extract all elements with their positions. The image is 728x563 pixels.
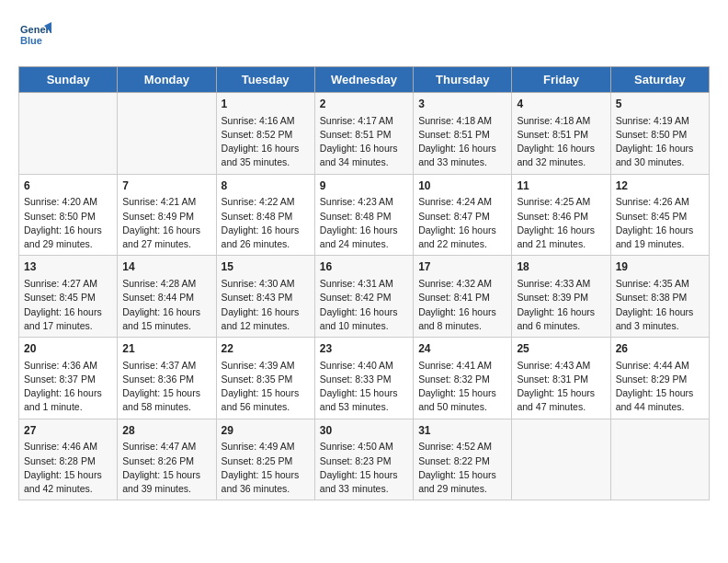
day-info: Sunrise: 4:35 AM Sunset: 8:38 PM Dayligh…: [616, 277, 704, 333]
day-number: 17: [418, 259, 506, 275]
calendar-cell: [610, 419, 709, 500]
calendar-cell: 26Sunrise: 4:44 AM Sunset: 8:29 PM Dayli…: [610, 338, 709, 419]
day-info: Sunrise: 4:22 AM Sunset: 8:48 PM Dayligh…: [222, 195, 310, 251]
calendar-cell: 16Sunrise: 4:31 AM Sunset: 8:42 PM Dayli…: [314, 256, 413, 338]
calendar-cell: 19Sunrise: 4:35 AM Sunset: 8:38 PM Dayli…: [610, 256, 709, 338]
day-info: Sunrise: 4:24 AM Sunset: 8:47 PM Dayligh…: [418, 195, 506, 251]
day-number: 3: [418, 97, 506, 112]
day-number: 27: [24, 423, 112, 439]
day-header-tuesday: Tuesday: [216, 67, 314, 93]
day-number: 21: [122, 341, 210, 357]
calendar-cell: 15Sunrise: 4:30 AM Sunset: 8:43 PM Dayli…: [216, 256, 314, 338]
day-header-wednesday: Wednesday: [314, 67, 413, 93]
calendar-cell: 1Sunrise: 4:16 AM Sunset: 8:52 PM Daylig…: [216, 93, 314, 175]
day-number: 8: [222, 178, 310, 194]
day-info: Sunrise: 4:27 AM Sunset: 8:45 PM Dayligh…: [24, 277, 112, 333]
day-number: 6: [24, 178, 112, 194]
calendar-cell: 4Sunrise: 4:18 AM Sunset: 8:51 PM Daylig…: [512, 93, 610, 175]
day-info: Sunrise: 4:20 AM Sunset: 8:50 PM Dayligh…: [24, 195, 112, 251]
calendar-cell: 9Sunrise: 4:23 AM Sunset: 8:48 PM Daylig…: [314, 174, 413, 256]
day-number: 5: [616, 97, 704, 112]
calendar-cell: 11Sunrise: 4:25 AM Sunset: 8:46 PM Dayli…: [512, 174, 610, 256]
day-number: 11: [517, 178, 605, 194]
day-info: Sunrise: 4:49 AM Sunset: 8:25 PM Dayligh…: [222, 440, 310, 496]
calendar-cell: 23Sunrise: 4:40 AM Sunset: 8:33 PM Dayli…: [314, 338, 413, 419]
day-number: 18: [517, 259, 605, 275]
day-info: Sunrise: 4:19 AM Sunset: 8:50 PM Dayligh…: [616, 114, 704, 170]
day-info: Sunrise: 4:31 AM Sunset: 8:42 PM Dayligh…: [320, 277, 408, 333]
day-header-saturday: Saturday: [610, 67, 709, 93]
day-info: Sunrise: 4:26 AM Sunset: 8:45 PM Dayligh…: [616, 195, 704, 251]
day-info: Sunrise: 4:40 AM Sunset: 8:33 PM Dayligh…: [320, 359, 408, 415]
calendar-cell: 25Sunrise: 4:43 AM Sunset: 8:31 PM Dayli…: [512, 338, 610, 419]
day-info: Sunrise: 4:18 AM Sunset: 8:51 PM Dayligh…: [418, 114, 506, 170]
day-header-sunday: Sunday: [19, 67, 118, 93]
calendar-header-row: SundayMondayTuesdayWednesdayThursdayFrid…: [19, 67, 710, 93]
day-number: 19: [616, 259, 704, 275]
calendar-cell: 3Sunrise: 4:18 AM Sunset: 8:51 PM Daylig…: [414, 93, 512, 175]
day-number: 29: [222, 423, 310, 439]
calendar-cell: 14Sunrise: 4:28 AM Sunset: 8:44 PM Dayli…: [118, 256, 216, 338]
day-number: 15: [222, 259, 310, 275]
calendar-table: SundayMondayTuesdayWednesdayThursdayFrid…: [18, 66, 710, 500]
page-header: General Blue: [18, 18, 710, 52]
day-info: Sunrise: 4:50 AM Sunset: 8:23 PM Dayligh…: [320, 440, 408, 496]
calendar-cell: 27Sunrise: 4:46 AM Sunset: 8:28 PM Dayli…: [19, 419, 118, 500]
day-info: Sunrise: 4:28 AM Sunset: 8:44 PM Dayligh…: [122, 277, 210, 333]
day-number: 9: [320, 178, 408, 194]
day-number: 23: [320, 341, 408, 357]
calendar-cell: 7Sunrise: 4:21 AM Sunset: 8:49 PM Daylig…: [118, 174, 216, 256]
svg-text:Blue: Blue: [20, 35, 42, 46]
day-number: 10: [418, 178, 506, 194]
day-info: Sunrise: 4:43 AM Sunset: 8:31 PM Dayligh…: [517, 359, 605, 415]
day-info: Sunrise: 4:44 AM Sunset: 8:29 PM Dayligh…: [616, 359, 704, 415]
day-number: 4: [517, 97, 605, 112]
day-number: 2: [320, 97, 408, 112]
day-number: 13: [24, 259, 112, 275]
calendar-cell: [118, 93, 216, 175]
day-info: Sunrise: 4:16 AM Sunset: 8:52 PM Dayligh…: [222, 114, 310, 170]
day-info: Sunrise: 4:33 AM Sunset: 8:39 PM Dayligh…: [517, 277, 605, 333]
day-info: Sunrise: 4:52 AM Sunset: 8:22 PM Dayligh…: [418, 440, 506, 496]
day-number: 16: [320, 259, 408, 275]
day-number: 22: [222, 341, 310, 357]
calendar-cell: 5Sunrise: 4:19 AM Sunset: 8:50 PM Daylig…: [610, 93, 709, 175]
day-info: Sunrise: 4:25 AM Sunset: 8:46 PM Dayligh…: [517, 195, 605, 251]
logo-icon: General Blue: [18, 18, 51, 52]
day-info: Sunrise: 4:37 AM Sunset: 8:36 PM Dayligh…: [122, 359, 210, 415]
calendar-cell: 29Sunrise: 4:49 AM Sunset: 8:25 PM Dayli…: [216, 419, 314, 500]
day-number: 31: [418, 423, 506, 439]
calendar-cell: 24Sunrise: 4:41 AM Sunset: 8:32 PM Dayli…: [414, 338, 512, 419]
day-number: 28: [122, 423, 210, 439]
calendar-cell: 31Sunrise: 4:52 AM Sunset: 8:22 PM Dayli…: [414, 419, 512, 500]
day-info: Sunrise: 4:23 AM Sunset: 8:48 PM Dayligh…: [320, 195, 408, 251]
calendar-cell: [19, 93, 118, 175]
day-number: 14: [122, 259, 210, 275]
calendar-week-row: 20Sunrise: 4:36 AM Sunset: 8:37 PM Dayli…: [19, 338, 710, 419]
calendar-week-row: 1Sunrise: 4:16 AM Sunset: 8:52 PM Daylig…: [19, 93, 710, 175]
day-info: Sunrise: 4:17 AM Sunset: 8:51 PM Dayligh…: [320, 114, 408, 170]
day-number: 20: [24, 341, 112, 357]
calendar-week-row: 27Sunrise: 4:46 AM Sunset: 8:28 PM Dayli…: [19, 419, 710, 500]
day-info: Sunrise: 4:30 AM Sunset: 8:43 PM Dayligh…: [222, 277, 310, 333]
calendar-cell: 8Sunrise: 4:22 AM Sunset: 8:48 PM Daylig…: [216, 174, 314, 256]
calendar-cell: 30Sunrise: 4:50 AM Sunset: 8:23 PM Dayli…: [314, 419, 413, 500]
calendar-cell: 13Sunrise: 4:27 AM Sunset: 8:45 PM Dayli…: [19, 256, 118, 338]
day-info: Sunrise: 4:47 AM Sunset: 8:26 PM Dayligh…: [122, 440, 210, 496]
calendar-cell: 18Sunrise: 4:33 AM Sunset: 8:39 PM Dayli…: [512, 256, 610, 338]
calendar-cell: 12Sunrise: 4:26 AM Sunset: 8:45 PM Dayli…: [610, 174, 709, 256]
day-header-thursday: Thursday: [414, 67, 512, 93]
day-info: Sunrise: 4:46 AM Sunset: 8:28 PM Dayligh…: [24, 440, 112, 496]
day-info: Sunrise: 4:18 AM Sunset: 8:51 PM Dayligh…: [517, 114, 605, 170]
day-info: Sunrise: 4:39 AM Sunset: 8:35 PM Dayligh…: [222, 359, 310, 415]
day-info: Sunrise: 4:36 AM Sunset: 8:37 PM Dayligh…: [24, 359, 112, 415]
day-number: 7: [122, 178, 210, 194]
calendar-cell: 2Sunrise: 4:17 AM Sunset: 8:51 PM Daylig…: [314, 93, 413, 175]
day-info: Sunrise: 4:32 AM Sunset: 8:41 PM Dayligh…: [418, 277, 506, 333]
calendar-cell: 10Sunrise: 4:24 AM Sunset: 8:47 PM Dayli…: [414, 174, 512, 256]
calendar-cell: [512, 419, 610, 500]
day-header-monday: Monday: [118, 67, 216, 93]
day-number: 12: [616, 178, 704, 194]
calendar-cell: 6Sunrise: 4:20 AM Sunset: 8:50 PM Daylig…: [19, 174, 118, 256]
calendar-cell: 28Sunrise: 4:47 AM Sunset: 8:26 PM Dayli…: [118, 419, 216, 500]
